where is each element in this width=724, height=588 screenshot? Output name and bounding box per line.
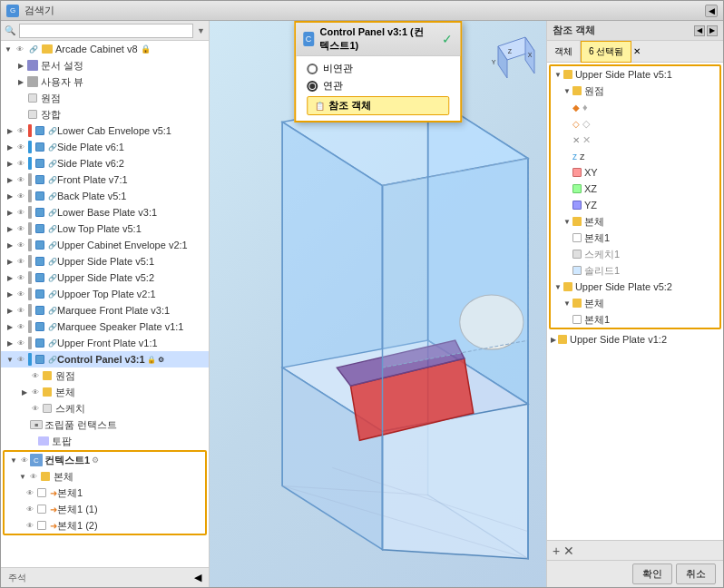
rt-item-solid1[interactable]: 솔리드1 bbox=[551, 262, 719, 279]
eye-icon[interactable]: 👁 bbox=[15, 223, 26, 234]
tree-item-asm[interactable]: ▶ ≡ 조립품 런택스트 bbox=[1, 416, 209, 433]
popup-option3-row[interactable]: 📋 참조 객체 bbox=[307, 96, 450, 115]
arrow-icon[interactable]: ▼ bbox=[554, 283, 562, 291]
cancel-button[interactable]: 취소 bbox=[676, 564, 716, 584]
arrow-icon[interactable]: ▶ bbox=[5, 223, 15, 234]
eye-icon[interactable]: 👁 bbox=[15, 321, 26, 332]
confirm-button[interactable]: 확인 bbox=[632, 564, 672, 584]
eye-icon[interactable]: 👁 bbox=[15, 354, 26, 365]
radio-unselected[interactable] bbox=[307, 64, 318, 74]
radio-selected[interactable] bbox=[307, 81, 318, 92]
tree-item-side2[interactable]: ▶ 👁 🔗 Side Plate v6:2 bbox=[1, 155, 209, 172]
tree-item-upperfront[interactable]: ▶ 👁 🔗 Upper Front Plate v1:1 bbox=[1, 335, 209, 351]
rt-item-diamond2[interactable]: ◇ ◇ bbox=[551, 115, 719, 132]
tree-item-side1[interactable]: ▶ 👁 🔗 Side Plate v6:1 bbox=[1, 139, 209, 155]
eye-icon[interactable]: 👁 bbox=[15, 272, 26, 283]
arrow-icon[interactable]: ▼ bbox=[563, 299, 571, 308]
eye-icon[interactable]: 👁 bbox=[15, 240, 26, 250]
arrow-icon[interactable]: ▶ bbox=[15, 60, 26, 71]
eye-icon[interactable]: 👁 bbox=[15, 207, 26, 218]
arrow-icon[interactable]: ▶ bbox=[551, 336, 556, 344]
eye-icon[interactable]: 👁 bbox=[28, 471, 39, 482]
eye-icon[interactable]: 👁 bbox=[15, 256, 26, 267]
tree-item-ctx-body1-1[interactable]: 👁 ➜ 본체1 (1) bbox=[5, 501, 205, 517]
arrow-icon[interactable]: ▶ bbox=[5, 305, 15, 316]
rt-item-diamond1[interactable]: ◆ ♦ bbox=[551, 99, 719, 115]
arrow-icon[interactable]: ▼ bbox=[563, 218, 571, 226]
rt-item-sketch1[interactable]: 스케치1 bbox=[551, 246, 719, 262]
cube-navigator[interactable]: Z X Y bbox=[484, 28, 539, 83]
arrow-icon[interactable]: ▶ bbox=[5, 125, 15, 136]
tree-item-uppertop[interactable]: ▶ 👁 🔗 Uppoer Top Plate v2:1 bbox=[1, 286, 209, 302]
arrow-icon[interactable]: ▶ bbox=[19, 387, 30, 397]
title-collapse-btn[interactable]: ◀ bbox=[705, 5, 718, 17]
arrow-icon[interactable]: ▶ bbox=[5, 158, 15, 169]
arrow-icon[interactable]: ▼ bbox=[5, 354, 15, 365]
rt-item-zaxis[interactable]: z z bbox=[551, 148, 719, 164]
panel-arrow-right[interactable]: ▶ bbox=[707, 25, 718, 36]
tree-item-marquee[interactable]: ▶ 👁 🔗 Marquee Front Plate v3:1 bbox=[1, 302, 209, 318]
tree-item-topap[interactable]: ▶ 토팝 bbox=[1, 433, 209, 449]
tree-item-ctrl-origin[interactable]: ▶ 👁 원점 bbox=[1, 368, 209, 384]
arrow-icon[interactable]: ▶ bbox=[5, 272, 15, 283]
tree-item-lowercab[interactable]: ▶ 👁 🔗 Lower Cab Envelope v5:1 bbox=[1, 122, 209, 139]
tab-close[interactable]: ✕ bbox=[633, 41, 641, 62]
eye-icon[interactable]: 👁 bbox=[24, 487, 35, 498]
tree-item-upperside51[interactable]: ▶ 👁 🔗 Upper Side Plate v5:1 bbox=[1, 253, 209, 270]
arrow-icon[interactable]: ▼ bbox=[563, 87, 571, 95]
tree-item-speaker[interactable]: ▶ 👁 🔗 Marquee Speaker Plate v1:1 bbox=[1, 318, 209, 335]
tree-item-root[interactable]: ▼ 👁 🔗 Arcade Cabinet v8 🔒 bbox=[1, 41, 209, 57]
rt-item-upperside51[interactable]: ▼ Upper Side Plate v5:1 bbox=[551, 66, 719, 83]
eye-icon[interactable]: 👁 bbox=[15, 142, 26, 152]
arrow-icon[interactable]: ▶ bbox=[5, 240, 15, 250]
eye-icon[interactable]: 👁 bbox=[30, 403, 41, 414]
arrow-icon[interactable]: ▼ bbox=[8, 455, 19, 466]
eye-icon[interactable]: 👁 bbox=[15, 305, 26, 316]
tree-item-control[interactable]: ▼ 👁 🔗 Control Panel v3:1 🔒 ⚙ bbox=[1, 351, 209, 368]
tree-item-uppercab[interactable]: ▶ 👁 🔗 Upper Cabinet Envelope v2:1 bbox=[1, 237, 209, 253]
tree-item-origin[interactable]: ▶ 원점 bbox=[1, 90, 209, 106]
rt-item-xy[interactable]: XY bbox=[551, 164, 719, 181]
arrow-icon[interactable]: ▶ bbox=[15, 76, 26, 87]
panel-arrow-left[interactable]: ◀ bbox=[694, 25, 705, 36]
eye-icon[interactable]: 👁 bbox=[15, 338, 26, 348]
tree-item-ctrl-sketch[interactable]: ▶ 👁 스케치 bbox=[1, 400, 209, 416]
tree-item-ctx-body1-2[interactable]: 👁 ➜ 본체1 (2) bbox=[5, 517, 205, 534]
tree-item-front[interactable]: ▶ 👁 🔗 Front Plate v7:1 bbox=[1, 172, 209, 188]
eye-icon[interactable]: 👁 bbox=[24, 504, 35, 514]
tree-item-joint[interactable]: ▶ 장합 bbox=[1, 106, 209, 122]
eye-icon[interactable]: 👁 bbox=[24, 520, 35, 531]
tree-item-ctrl-body[interactable]: ▶ 👁 본체 bbox=[1, 384, 209, 400]
rt-item-body1[interactable]: ▼ 본체 bbox=[551, 213, 719, 230]
rt-item-yz[interactable]: YZ bbox=[551, 197, 719, 213]
eye-icon[interactable]: 👁 bbox=[30, 387, 41, 397]
arrow-icon[interactable]: ▼ bbox=[17, 471, 28, 482]
tree-item-ctx-body[interactable]: ▼ 👁 본체 bbox=[5, 468, 205, 485]
tree-item-lowtop[interactable]: ▶ 👁 🔗 Low Top Plate v5:1 bbox=[1, 220, 209, 237]
rt-item-body2[interactable]: ▼ 본체 bbox=[551, 295, 719, 311]
rt-item-cross[interactable]: ✕ ✕ bbox=[551, 132, 719, 148]
tab-selection[interactable]: 6 선택됨 bbox=[581, 41, 631, 63]
arrow-icon[interactable]: ▶ bbox=[5, 142, 15, 152]
rt-item-body1-1[interactable]: 본체1 bbox=[551, 230, 719, 246]
arrow-icon[interactable]: ▶ bbox=[5, 191, 15, 201]
rt-item-origin[interactable]: ▼ 원점 bbox=[551, 83, 719, 99]
tree-item-upperside52[interactable]: ▶ 👁 🔗 Upper Side Plate v5:2 bbox=[1, 270, 209, 286]
remove-icon[interactable]: ✕ bbox=[563, 544, 574, 558]
eye-icon[interactable]: 👁 bbox=[15, 125, 26, 136]
arrow-icon[interactable]: ▶ bbox=[5, 174, 15, 185]
tab-list[interactable]: 객체 bbox=[547, 41, 581, 63]
tree-item-lowerbase[interactable]: ▶ 👁 🔗 Lower Base Plate v3:1 bbox=[1, 204, 209, 220]
arrow-icon[interactable]: ▶ bbox=[5, 207, 15, 218]
tree-item-back[interactable]: ▶ 👁 🔗 Back Plate v5:1 bbox=[1, 188, 209, 204]
search-input[interactable] bbox=[19, 24, 193, 38]
eye-icon[interactable]: 👁 bbox=[15, 158, 26, 169]
rt-item-upperside52[interactable]: ▼ Upper Side Plate v5:2 bbox=[551, 279, 719, 295]
arrow-icon[interactable]: ▶ bbox=[5, 256, 15, 267]
tree-item-ctx-body1[interactable]: 👁 ➜ 본체1 bbox=[5, 485, 205, 501]
eye-icon[interactable]: 👁 bbox=[14, 43, 26, 55]
arrow-icon[interactable]: ▶ bbox=[5, 321, 15, 332]
eye-icon[interactable]: 👁 bbox=[15, 174, 26, 185]
eye-icon[interactable]: 👁 bbox=[19, 455, 30, 466]
arrow-icon[interactable]: ▶ bbox=[5, 289, 15, 299]
